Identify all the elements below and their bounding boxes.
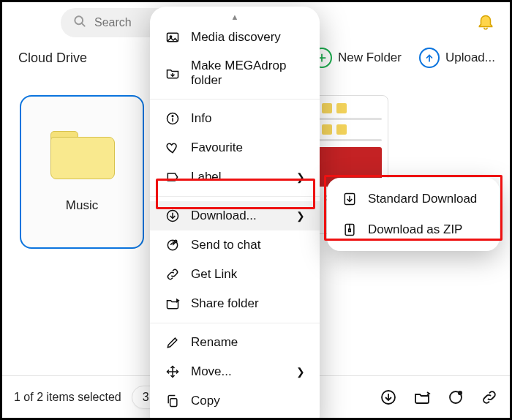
chevron-right-icon: ❯: [296, 210, 305, 222]
menu-label: Move...: [191, 364, 232, 379]
menu-label: Send to chat: [191, 238, 260, 252]
submenu-label: Download as ZIP: [368, 222, 462, 237]
sb-chat-icon[interactable]: [447, 389, 464, 406]
sb-share-folder-icon[interactable]: [413, 389, 431, 406]
menu-label: Share folder: [191, 296, 259, 311]
svg-point-9: [172, 116, 173, 117]
menu-copy[interactable]: Copy: [150, 386, 320, 416]
menu-info[interactable]: Info: [150, 104, 320, 133]
download-icon: [165, 208, 181, 224]
context-menu: ▲ Media discovery Make MEGAdrop folder I…: [150, 7, 320, 420]
menu-label: Label...: [191, 170, 232, 184]
submenu-standard-download[interactable]: Standard Download: [333, 184, 494, 214]
copy-icon: [165, 393, 181, 409]
search-icon: [72, 14, 87, 31]
scroll-down-icon[interactable]: ▼: [150, 416, 320, 420]
download-file-icon: [342, 191, 358, 207]
menu-rename[interactable]: Rename: [150, 328, 320, 357]
share-folder-icon: [165, 296, 181, 312]
breadcrumb[interactable]: Cloud Drive: [18, 50, 87, 66]
menu-download[interactable]: Download... ❯: [150, 201, 320, 230]
menu-make-megadrop[interactable]: Make MEGAdrop folder: [150, 52, 320, 94]
menu-label: Info: [191, 111, 211, 126]
pencil-icon: [165, 334, 181, 350]
menu-send-to-chat[interactable]: Send to chat: [150, 230, 320, 260]
heart-icon: [165, 140, 181, 156]
chat-arrow-icon: [165, 237, 181, 253]
menu-label: Download...: [191, 209, 257, 223]
menu-media-discovery[interactable]: Media discovery: [150, 23, 320, 52]
label-icon: [165, 169, 181, 185]
move-icon: [165, 364, 181, 380]
svg-rect-21: [349, 229, 351, 231]
folder-tile-music[interactable]: Music: [20, 95, 144, 249]
menu-label-submenu[interactable]: Label... ❯: [150, 162, 320, 192]
menu-label: Make MEGAdrop folder: [191, 59, 305, 88]
submenu-label: Standard Download: [368, 192, 477, 206]
folder-icon: [50, 131, 113, 178]
scroll-up-icon[interactable]: ▲: [150, 11, 320, 23]
bell-icon[interactable]: [476, 12, 495, 34]
megadrop-icon: [165, 65, 181, 81]
new-folder-label: New Folder: [338, 50, 402, 65]
upload-label: Upload...: [445, 50, 495, 65]
new-folder-button[interactable]: New Folder: [312, 48, 402, 68]
menu-label: Copy: [191, 394, 220, 408]
svg-line-1: [82, 23, 85, 26]
svg-rect-16: [170, 399, 177, 407]
chevron-right-icon: ❯: [296, 171, 305, 183]
menu-label: Favourite: [191, 140, 243, 155]
folder-label: Music: [66, 198, 98, 213]
selection-status: 1 of 2 items selected: [14, 391, 121, 404]
submenu-download-zip[interactable]: Download as ZIP: [333, 214, 494, 245]
upload-icon: [419, 48, 440, 68]
menu-label: Get Link: [191, 267, 237, 282]
zip-file-icon: [342, 222, 358, 238]
upload-button[interactable]: Upload...: [419, 48, 495, 68]
menu-label: Media discovery: [191, 30, 281, 45]
sb-download-icon[interactable]: [380, 389, 397, 406]
image-icon: [165, 29, 181, 45]
menu-move[interactable]: Move... ❯: [150, 357, 320, 386]
sb-link-icon[interactable]: [481, 389, 498, 406]
menu-label: Rename: [191, 335, 238, 350]
link-icon: [165, 266, 181, 282]
menu-favourite[interactable]: Favourite: [150, 133, 320, 162]
menu-get-link[interactable]: Get Link: [150, 260, 320, 289]
info-icon: [165, 110, 181, 127]
menu-share-folder[interactable]: Share folder: [150, 289, 320, 318]
download-submenu: Standard Download Download as ZIP: [327, 178, 500, 251]
chevron-right-icon: ❯: [296, 366, 305, 378]
